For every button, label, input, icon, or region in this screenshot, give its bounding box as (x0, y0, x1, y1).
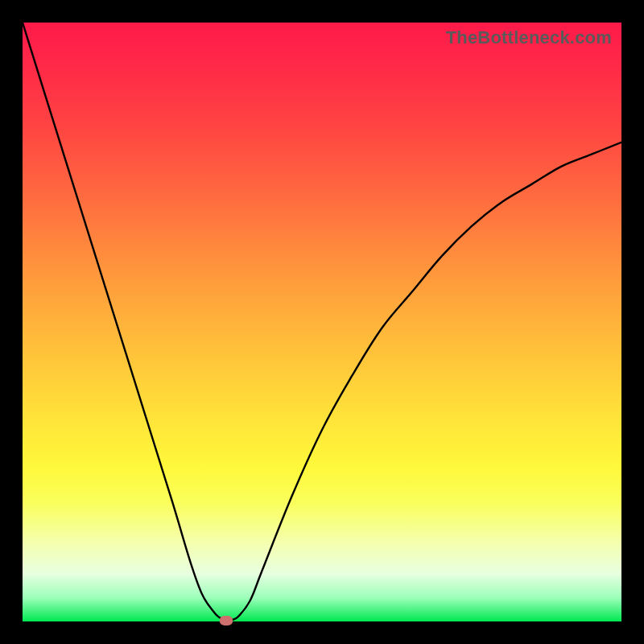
chart-plot-area: TheBottleneck.com (23, 23, 621, 621)
watermark-text: TheBottleneck.com (446, 27, 612, 48)
chart-frame: TheBottleneck.com (0, 0, 644, 644)
optimal-point-marker (220, 616, 233, 625)
bottleneck-curve (23, 23, 621, 621)
